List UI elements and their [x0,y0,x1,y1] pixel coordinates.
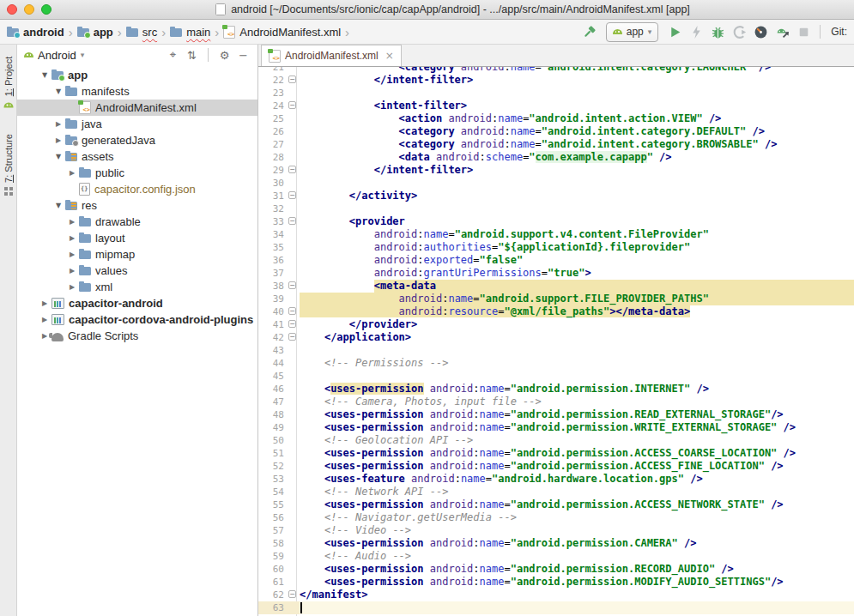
debug-button[interactable] [708,22,727,41]
fold-gutter[interactable]: − [288,74,300,87]
code-line-29[interactable]: 29 − </intent-filter> [258,164,854,177]
fold-gutter[interactable]: − [288,164,300,177]
fold-gutter[interactable] [288,293,300,305]
build-hammer-button[interactable] [580,22,599,41]
code-text[interactable] [300,202,854,215]
tree-expand-arrow[interactable]: ▶ [65,267,79,275]
tree-item-drawable[interactable]: ▶ drawable [17,214,257,230]
fold-gutter[interactable] [288,228,300,241]
fold-marker[interactable]: − [288,281,296,289]
run-config-select[interactable]: app ▾ [606,22,659,42]
code-line-32[interactable]: 32 [258,202,854,215]
fold-gutter[interactable] [288,370,300,383]
fold-gutter[interactable] [288,383,300,396]
profile-button[interactable] [730,22,748,41]
tree-expand-arrow[interactable]: ▶ [65,283,79,291]
code-line-52[interactable]: 52 <uses-permission android:name="androi… [258,460,854,473]
fold-gutter[interactable]: − [288,305,300,318]
code-text[interactable]: <intent-filter> [300,100,854,112]
code-text[interactable]: android:name="android.support.v4.content… [300,228,854,241]
fold-gutter[interactable]: − [288,331,300,344]
tree-item-generatedjava[interactable]: ▶ generatedJava [17,132,257,148]
tree-expand-arrow[interactable]: ▼ [38,71,51,79]
code-line-55[interactable]: 55 <uses-permission android:name="androi… [258,498,854,511]
tree-expand-arrow[interactable]: ▶ [51,136,65,144]
fold-gutter[interactable] [288,112,300,125]
fold-gutter[interactable] [288,357,300,370]
code-line-22[interactable]: 22 − </intent-filter> [258,74,854,87]
code-line-42[interactable]: 42 − </application> [258,331,854,344]
code-line-35[interactable]: 35 android:authorities="${applicationId}… [258,241,854,254]
code-line-59[interactable]: 59 <!-- Audio --> [258,550,854,563]
tree-item-mipmap[interactable]: ▶ mipmap [17,246,257,263]
code-text[interactable]: <provider [300,215,854,228]
fold-gutter[interactable] [288,511,300,524]
fold-gutter[interactable]: − [288,215,300,228]
locate-file-button[interactable]: ⌖ [166,48,180,62]
code-text[interactable]: <uses-permission android:name="android.p… [300,537,854,550]
fold-gutter[interactable] [288,241,300,254]
tab-androidmanifest[interactable]: AndroidManifest.xml × [261,45,402,66]
fold-gutter[interactable] [288,177,300,190]
fold-marker[interactable]: − [288,166,296,173]
fold-gutter[interactable] [288,576,300,589]
code-line-47[interactable]: 47 <!-- Camera, Photos, input file --> [258,396,854,408]
apply-changes-and-restart-button[interactable] [772,22,791,41]
code-text[interactable]: </activity> [300,190,854,202]
code-line-23[interactable]: 23 [258,87,854,100]
code-text[interactable]: </manifest> [300,589,854,601]
tab-close-icon[interactable]: × [385,50,394,62]
collapse-all-button[interactable]: ⇅ [185,49,199,62]
fold-gutter[interactable] [288,473,300,486]
tree-item-androidmanifest-xml[interactable]: AndroidManifest.xml [17,100,257,116]
fold-gutter[interactable] [288,601,300,614]
code-line-58[interactable]: 58 <uses-permission android:name="androi… [258,537,854,550]
code-line-33[interactable]: 33 − <provider [258,215,854,228]
code-line-44[interactable]: 44 <!-- Permissions --> [258,357,854,370]
fold-gutter[interactable] [288,67,300,74]
tree-expand-arrow[interactable]: ▶ [65,169,79,177]
tree-item-assets[interactable]: ▼ assets [17,148,257,165]
tree-item-res[interactable]: ▼ res [17,197,257,214]
chevron-down-icon[interactable]: ▾ [81,51,85,59]
settings-gear-icon[interactable]: ⚙ [217,49,232,62]
code-text[interactable] [300,601,854,614]
code-text[interactable]: <uses-permission android:name="android.p… [300,421,854,434]
fold-gutter[interactable] [288,434,300,447]
code-text[interactable]: <uses-permission android:name="android.p… [300,460,854,473]
code-line-48[interactable]: 48 <uses-permission android:name="androi… [258,408,854,421]
fold-marker[interactable]: − [288,333,296,341]
breadcrumb-main[interactable]: main [170,26,210,39]
tree-expand-arrow[interactable]: ▼ [51,153,65,160]
fold-gutter[interactable] [288,254,300,267]
fold-gutter[interactable]: − [288,100,300,112]
code-line-37[interactable]: 37 android:grantUriPermissions="true"> [258,267,854,280]
code-text[interactable]: <!-- Camera, Photos, input file --> [300,396,854,408]
fold-gutter[interactable] [288,267,300,280]
code-text[interactable]: <!-- Navigator.getUserMedia --> [300,511,854,524]
fold-gutter[interactable] [288,460,300,473]
code-text[interactable]: <uses-feature android:name="android.hard… [300,473,854,486]
code-text[interactable] [300,370,854,383]
tree-item-capacitor-config-json[interactable]: capacitor.config.json [17,181,257,197]
code-text[interactable]: <category android:name="android.intent.c… [300,125,854,138]
code-text[interactable]: <uses-permission android:name="android.p… [300,498,854,511]
fold-gutter[interactable] [288,87,300,100]
code-text[interactable] [300,87,854,100]
fold-gutter[interactable]: − [288,589,300,601]
code-line-54[interactable]: 54 <!-- Network API --> [258,486,854,498]
code-text[interactable]: <category android:name="android.intent.c… [300,67,854,74]
tree-expand-arrow[interactable]: ▼ [51,202,65,209]
zoom-window-button[interactable] [41,4,51,15]
minimize-window-button[interactable] [24,4,34,15]
code-line-38[interactable]: 38 − <meta-data [258,280,854,293]
code-line-57[interactable]: 57 <!-- Video --> [258,524,854,537]
code-text[interactable]: <!-- Permissions --> [300,357,854,370]
code-viewport[interactable]: 21 <category android:name="android.inten… [258,67,854,616]
code-text[interactable]: android:grantUriPermissions="true"> [300,267,854,280]
tree-item-xml[interactable]: ▶ xml [17,279,257,295]
fold-marker[interactable]: − [288,101,296,109]
fold-gutter[interactable] [288,421,300,434]
fold-marker[interactable]: − [288,307,296,315]
fold-marker[interactable]: − [288,217,296,225]
